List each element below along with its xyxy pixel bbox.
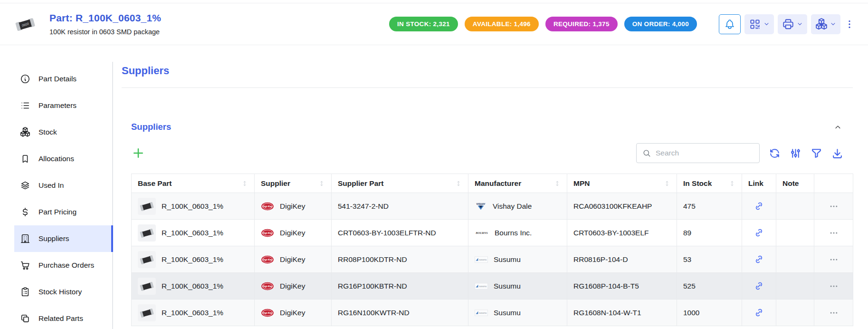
part-image[interactable]: 0603 [13, 14, 37, 35]
mpn-value: RG1608N-104-W-T1 [573, 309, 641, 317]
stock-cubes-icon [815, 18, 828, 30]
column-header-manufacturer[interactable]: Manufacturer [468, 174, 567, 193]
supplier-name: DigiKey [280, 229, 305, 237]
row-actions-button[interactable] [828, 228, 840, 238]
sort-icon [241, 180, 248, 187]
bookmark-icon [20, 154, 30, 164]
page-title: Suppliers [122, 65, 853, 77]
required-badge: REQUIRED: 1,375 [545, 17, 618, 31]
column-header-supplier[interactable]: Supplier [255, 174, 332, 193]
column-header-note: Note [776, 174, 814, 193]
note-cell [776, 300, 814, 326]
supplier-part-number: RG16P100KBTR-ND [338, 282, 407, 290]
layers-icon [20, 180, 30, 191]
sidebar-item-allocations[interactable]: Allocations [14, 145, 112, 172]
download-icon[interactable] [831, 147, 843, 159]
chevron-down-icon [763, 20, 770, 28]
sidebar-item-part-details[interactable]: Part Details [14, 66, 112, 92]
row-actions-button[interactable] [828, 308, 840, 318]
sidebar-item-label: Allocations [38, 155, 74, 163]
mpn-value: RR0816P-104-D [573, 255, 628, 263]
supplier-name: DigiKey [280, 309, 305, 317]
sidebar-item-label: Purchase Orders [38, 261, 94, 270]
base-part-name: R_100K_0603_1% [162, 309, 223, 317]
suppliers-panel: Suppliers [131, 122, 853, 326]
add-supplier-part-button[interactable] [131, 146, 145, 160]
digikey-logo [261, 255, 274, 264]
sidebar-item-part-pricing[interactable]: Part Pricing [14, 199, 112, 225]
cart-icon [20, 260, 30, 271]
part-description: 100K resistor in 0603 SMD package [49, 28, 161, 36]
note-cell [776, 193, 814, 220]
sidebar-item-parameters[interactable]: Parameters [14, 92, 112, 119]
in-stock-value: 525 [683, 282, 696, 290]
link-icon[interactable] [754, 201, 764, 211]
dollar-icon [20, 207, 30, 217]
sidebar-item-used-in[interactable]: Used In [14, 172, 112, 199]
sort-icon [729, 180, 735, 187]
adjustments-icon[interactable] [790, 147, 801, 159]
more-options-button[interactable] [844, 14, 855, 34]
link-icon[interactable] [754, 228, 764, 238]
sidebar-item-label: Stock [38, 128, 57, 136]
base-part-name: R_100K_0603_1% [162, 255, 223, 264]
table-row[interactable]: R_100K_0603_1% DigiKey 541-3247-2-ND Vis… [132, 193, 853, 220]
row-actions-button[interactable] [828, 281, 840, 291]
sidebar-item-label: Part Pricing [38, 208, 76, 216]
link-icon[interactable] [754, 254, 764, 264]
bell-icon [724, 19, 735, 30]
manufacturer-name: Susumu [494, 309, 521, 317]
sidebar-item-stock-history[interactable]: Stock History [14, 279, 112, 305]
row-actions-button[interactable] [828, 255, 840, 264]
in-stock-badge: IN STOCK: 2,321 [389, 17, 458, 31]
refresh-icon[interactable] [769, 147, 781, 159]
part-thumbnail [138, 251, 156, 268]
digikey-logo [261, 229, 274, 237]
sidebar-item-label: Part Details [38, 75, 76, 83]
search-icon [642, 149, 651, 158]
vishay-logo [475, 202, 487, 211]
base-part-name: R_100K_0603_1% [162, 282, 223, 290]
sidebar-item-related-parts[interactable]: Related Parts [14, 305, 112, 329]
column-header-supplier-part[interactable]: Supplier Part [332, 174, 468, 193]
susumu-logo [475, 310, 488, 316]
table-row[interactable]: R_100K_0603_1% DigiKey RG16P100KBTR-ND S… [132, 273, 853, 300]
column-header-in-stock[interactable]: In Stock [677, 174, 742, 193]
link-icon[interactable] [754, 308, 764, 318]
notifications-button[interactable] [719, 14, 741, 34]
sidebar-item-purchase-orders[interactable]: Purchase Orders [14, 252, 112, 279]
page-part-title: Part: R_100K_0603_1% [49, 12, 161, 24]
sort-icon [455, 180, 462, 187]
table-toolbar [131, 143, 853, 163]
note-cell [776, 273, 814, 300]
supplier-part-number: 541-3247-2-ND [338, 202, 389, 210]
on-order-badge: ON ORDER: 4,000 [624, 17, 697, 31]
digikey-logo [261, 202, 274, 211]
print-actions-button[interactable] [778, 14, 807, 34]
note-cell [776, 246, 814, 273]
supplier-parts-table: Base Part Supplier Supplier Part Manufac… [131, 174, 853, 326]
table-row[interactable]: R_100K_0603_1% DigiKey RR08P100KDTR-ND S… [132, 246, 853, 273]
sidebar-item-label: Parameters [38, 101, 76, 110]
barcode-actions-button[interactable] [744, 14, 774, 34]
sidebar-item-label: Used In [38, 181, 64, 190]
search-input[interactable] [656, 149, 754, 157]
part-thumbnail [138, 304, 156, 321]
cubes-icon [20, 127, 30, 137]
table-row[interactable]: R_100K_0603_1% DigiKey RG16N100KWTR-ND S… [132, 300, 853, 326]
column-header-mpn[interactable]: MPN [567, 174, 677, 193]
stock-actions-button[interactable] [811, 14, 840, 34]
column-header-base-part[interactable]: Base Part [132, 174, 255, 193]
panel-title: Suppliers [131, 122, 171, 132]
header-actions [719, 14, 855, 34]
list-icon [20, 100, 30, 111]
sidebar-item-stock[interactable]: Stock [14, 119, 112, 145]
collapse-panel-button[interactable] [833, 123, 842, 132]
manufacturer-name: Susumu [494, 282, 521, 290]
table-row[interactable]: R_100K_0603_1% DigiKey CRT0603-BY-1003EL… [132, 220, 853, 246]
part-header: 0603 Part: R_100K_0603_1% 100K resistor … [0, 3, 868, 45]
row-actions-button[interactable] [828, 202, 840, 211]
link-icon[interactable] [754, 281, 764, 291]
filter-icon[interactable] [811, 147, 822, 159]
sidebar-item-suppliers[interactable]: Suppliers [14, 225, 112, 252]
